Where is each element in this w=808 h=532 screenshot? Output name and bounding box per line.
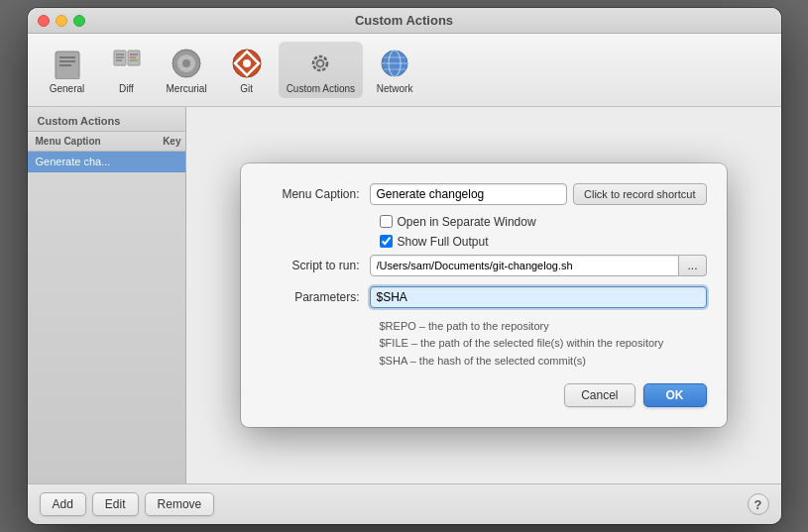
help-line-1: $REPO – the path to the repository bbox=[380, 318, 707, 336]
script-label: Script to run: bbox=[261, 259, 370, 272]
menu-caption-label: Menu Caption: bbox=[261, 187, 370, 201]
shortcut-button[interactable]: Click to record shortcut bbox=[573, 183, 706, 205]
sidebar: Custom Actions Menu Caption Key Generate… bbox=[28, 107, 186, 483]
svg-point-19 bbox=[318, 60, 323, 65]
parameters-label: Parameters: bbox=[261, 290, 370, 304]
script-input[interactable] bbox=[370, 255, 680, 276]
show-full-output-checkbox[interactable] bbox=[380, 235, 393, 248]
traffic-lights bbox=[38, 15, 85, 27]
diff-label: Diff bbox=[119, 83, 134, 94]
toolbar-item-general[interactable]: General bbox=[40, 42, 95, 98]
mercurial-icon bbox=[169, 46, 204, 81]
toolbar: General Diff bbox=[28, 34, 781, 107]
menu-caption-input[interactable] bbox=[370, 183, 568, 205]
content-area: Menu Caption: Click to record shortcut O… bbox=[186, 107, 781, 483]
main-content: Custom Actions Menu Caption Key Generate… bbox=[28, 107, 781, 483]
custom-actions-label: Custom Actions bbox=[287, 83, 355, 94]
sidebar-col-key: Key bbox=[156, 132, 185, 151]
sidebar-row-caption: Generate cha... bbox=[36, 156, 177, 167]
sidebar-col-caption: Menu Caption bbox=[28, 132, 156, 151]
parameters-input[interactable] bbox=[370, 286, 707, 308]
network-icon bbox=[377, 46, 412, 81]
sidebar-header: Custom Actions bbox=[28, 107, 185, 132]
mercurial-label: Mercurial bbox=[167, 83, 207, 94]
footer: Add Edit Remove ? bbox=[28, 483, 781, 524]
custom-actions-icon bbox=[302, 46, 338, 81]
browse-button[interactable]: ... bbox=[679, 255, 706, 276]
close-button[interactable] bbox=[38, 15, 50, 27]
svg-point-14 bbox=[182, 59, 190, 67]
remove-button[interactable]: Remove bbox=[145, 492, 215, 516]
modal-buttons: Cancel OK bbox=[261, 383, 707, 407]
git-icon bbox=[229, 46, 265, 81]
script-row: Script to run: ... bbox=[261, 255, 707, 276]
sidebar-subheader: Menu Caption Key bbox=[28, 132, 185, 152]
network-label: Network bbox=[377, 83, 413, 94]
footer-buttons: Add Edit Remove bbox=[40, 492, 215, 516]
ok-button[interactable]: OK bbox=[643, 383, 707, 407]
help-button[interactable]: ? bbox=[748, 493, 769, 515]
menu-caption-row: Menu Caption: Click to record shortcut bbox=[261, 183, 707, 205]
sidebar-row[interactable]: Generate cha... bbox=[28, 152, 185, 172]
toolbar-item-custom-actions[interactable]: Custom Actions bbox=[279, 42, 363, 98]
minimize-button[interactable] bbox=[56, 15, 67, 27]
toolbar-item-mercurial[interactable]: Mercurial bbox=[159, 42, 215, 98]
maximize-button[interactable] bbox=[73, 15, 85, 27]
window-title: Custom Actions bbox=[355, 13, 453, 28]
toolbar-item-diff[interactable]: Diff bbox=[99, 42, 155, 98]
help-text: $REPO – the path to the repository $FILE… bbox=[380, 318, 707, 371]
modal-overlay: Menu Caption: Click to record shortcut O… bbox=[186, 107, 781, 483]
add-button[interactable]: Add bbox=[40, 492, 86, 516]
git-label: Git bbox=[240, 83, 253, 94]
general-label: General bbox=[50, 83, 85, 94]
show-full-output-row: Show Full Output bbox=[380, 235, 707, 249]
help-line-3: $SHA – the hash of the selected commit(s… bbox=[380, 353, 707, 371]
open-separate-window-row: Open in Separate Window bbox=[380, 215, 707, 229]
general-icon bbox=[50, 46, 85, 81]
edit-button[interactable]: Edit bbox=[92, 492, 139, 516]
help-line-2: $FILE – the path of the selected file(s)… bbox=[380, 335, 707, 353]
diff-icon bbox=[109, 46, 145, 81]
open-separate-window-checkbox[interactable] bbox=[380, 215, 393, 228]
cancel-button[interactable]: Cancel bbox=[564, 383, 635, 407]
toolbar-item-git[interactable]: Git bbox=[219, 42, 275, 98]
title-bar: Custom Actions bbox=[28, 8, 781, 34]
modal-dialog: Menu Caption: Click to record shortcut O… bbox=[241, 163, 727, 428]
svg-point-16 bbox=[243, 59, 251, 67]
parameters-row: Parameters: bbox=[261, 286, 707, 308]
main-window: Custom Actions General bbox=[28, 8, 781, 524]
open-separate-window-label: Open in Separate Window bbox=[398, 215, 536, 229]
show-full-output-label: Show Full Output bbox=[398, 235, 489, 249]
toolbar-item-network[interactable]: Network bbox=[367, 42, 422, 98]
